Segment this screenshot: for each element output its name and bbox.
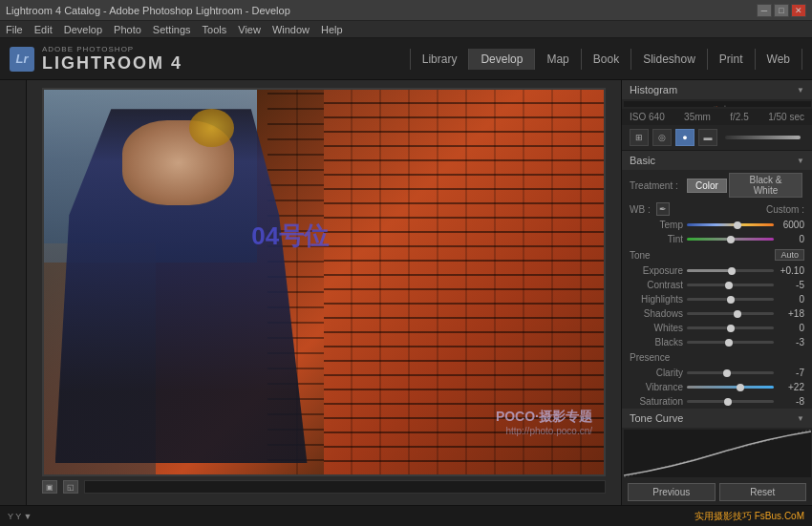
exposure-track[interactable]	[687, 269, 774, 272]
contrast-track[interactable]	[687, 284, 774, 286]
camera-focal: 35mm	[684, 112, 711, 122]
tone-curve-header[interactable]: Tone Curve ▼	[622, 409, 812, 428]
menu-file[interactable]: File	[6, 24, 23, 35]
vibrance-track[interactable]	[687, 386, 774, 389]
vibrance-thumb[interactable]	[737, 384, 744, 391]
title-bar: Lightroom 4 Catalog - Adobe Photoshop Li…	[0, 0, 812, 21]
tint-track[interactable]	[687, 238, 774, 241]
saturation-track[interactable]	[687, 400, 774, 403]
logo-area: Lr ADOBE PHOTOSHOP LIGHTROOM 4	[10, 45, 182, 74]
blacks-row: Blacks -3	[622, 335, 812, 349]
tab-web[interactable]: Web	[756, 49, 802, 70]
saturation-value: -8	[778, 396, 804, 407]
contrast-label: Contrast	[630, 280, 683, 290]
histogram-header[interactable]: Histogram ▼	[622, 80, 812, 99]
shadows-track[interactable]	[687, 312, 774, 315]
temp-thumb[interactable]	[734, 221, 741, 229]
window-controls[interactable]: ─ □ ✕	[757, 4, 806, 17]
treatment-label: Treatment :	[630, 180, 687, 191]
histogram-canvas	[624, 101, 811, 107]
camera-shutter: 1/50 sec	[768, 112, 804, 122]
blacks-thumb[interactable]	[725, 339, 733, 347]
whites-thumb[interactable]	[727, 325, 735, 332]
crop-tool-btn[interactable]: ⊞	[630, 129, 649, 146]
adobe-photoshop-text: ADOBE PHOTOSHOP	[42, 45, 182, 53]
wb-label: WB :	[630, 204, 652, 215]
saturation-thumb[interactable]	[724, 398, 732, 406]
watermark-poco: POCO·摄影专题 http://photo.poco.cn/	[496, 409, 592, 436]
camera-info: ISO 640 35mm f/2.5 1/50 sec	[622, 109, 812, 125]
tab-library[interactable]: Library	[410, 49, 470, 70]
menu-develop[interactable]: Develop	[64, 24, 102, 35]
tone-slider[interactable]	[725, 136, 801, 139]
photo-bottom-bar: ▣ ◱	[42, 476, 606, 497]
minimize-button[interactable]: ─	[757, 4, 772, 17]
wb-dropper[interactable]: ✒	[656, 202, 670, 216]
spot-removal-btn[interactable]: ◎	[652, 129, 672, 146]
menu-edit[interactable]: Edit	[34, 24, 53, 35]
zoom-control[interactable]: Y Y ▼	[8, 512, 32, 521]
red-eye-btn[interactable]: ●	[675, 129, 694, 146]
menu-help[interactable]: Help	[321, 24, 343, 35]
basic-panel-header[interactable]: Basic ▼	[622, 151, 812, 170]
color-btn[interactable]: Color	[687, 179, 727, 193]
menu-tools[interactable]: Tools	[203, 24, 227, 35]
blacks-value: -3	[778, 337, 804, 347]
menu-window[interactable]: Window	[272, 24, 310, 35]
view-mode-icon[interactable]: ▣	[42, 480, 57, 494]
auto-btn[interactable]: Auto	[775, 249, 804, 261]
photo-area: 04号位 POCO·摄影专题 http://photo.poco.cn/ ▣ ◱	[27, 80, 621, 505]
tone-curve-svg	[624, 430, 811, 477]
previous-button[interactable]: Previous	[628, 483, 716, 501]
highlights-row: Highlights 0	[622, 292, 812, 306]
tint-thumb[interactable]	[727, 236, 735, 243]
tab-print[interactable]: Print	[708, 49, 756, 70]
tone-label: Tone	[630, 250, 651, 261]
clarity-value: -7	[778, 368, 804, 378]
photo-container: 04号位 POCO·摄影专题 http://photo.poco.cn/	[42, 88, 606, 476]
menu-view[interactable]: View	[238, 24, 261, 35]
tint-value: 0	[778, 234, 804, 244]
clarity-thumb[interactable]	[723, 369, 731, 377]
histogram-label: Histogram	[630, 84, 677, 95]
lr-badge: Lr	[10, 47, 34, 72]
grad-filter-btn[interactable]: ▬	[698, 129, 717, 146]
saturation-row: Saturation -8	[622, 394, 812, 409]
title-text: Lightroom 4 Catalog - Adobe Photoshop Li…	[6, 5, 290, 16]
statusbar-left-text: Y Y ▼	[8, 511, 694, 521]
vibrance-row: Vibrance +22	[622, 380, 812, 394]
histogram-triangle: ▼	[797, 86, 804, 95]
exposure-thumb[interactable]	[728, 267, 736, 275]
tone-section-header: Tone Auto	[622, 246, 812, 263]
menu-bar: File Edit Develop Photo Settings Tools V…	[0, 21, 812, 38]
tone-curve-preview	[624, 430, 810, 477]
tab-develop[interactable]: Develop	[469, 49, 535, 70]
exposure-label: Exposure	[630, 265, 683, 276]
bottom-buttons: Previous Reset	[622, 479, 812, 505]
highlights-thumb[interactable]	[727, 296, 735, 304]
highlights-label: Highlights	[630, 294, 683, 305]
menu-photo[interactable]: Photo	[114, 24, 141, 35]
photo-image: 04号位 POCO·摄影专题 http://photo.poco.cn/	[44, 90, 604, 474]
tool-icons-row: ⊞ ◎ ● ▬	[622, 125, 812, 151]
whites-track[interactable]	[687, 326, 774, 329]
maximize-button[interactable]: □	[774, 4, 789, 17]
highlights-track[interactable]	[687, 298, 774, 301]
menu-settings[interactable]: Settings	[153, 24, 191, 35]
shadows-thumb[interactable]	[734, 310, 741, 318]
tab-slideshow[interactable]: Slideshow	[631, 49, 708, 70]
shadows-value: +18	[778, 308, 804, 319]
tab-book[interactable]: Book	[582, 49, 631, 70]
clarity-track[interactable]	[687, 371, 774, 374]
zoom-icon[interactable]: ◱	[63, 480, 78, 494]
reset-button[interactable]: Reset	[719, 483, 807, 501]
blacks-track[interactable]	[687, 341, 774, 344]
right-panel: Histogram ▼ ISO 640 35mm f/2.5 1/50	[621, 80, 812, 505]
left-panel	[0, 80, 27, 505]
tab-map[interactable]: Map	[535, 49, 581, 70]
close-button[interactable]: ✕	[791, 4, 806, 17]
temp-track[interactable]	[687, 223, 774, 226]
bw-btn[interactable]: Black & White	[729, 173, 802, 198]
contrast-thumb[interactable]	[725, 282, 733, 289]
saturation-label: Saturation	[630, 396, 683, 407]
